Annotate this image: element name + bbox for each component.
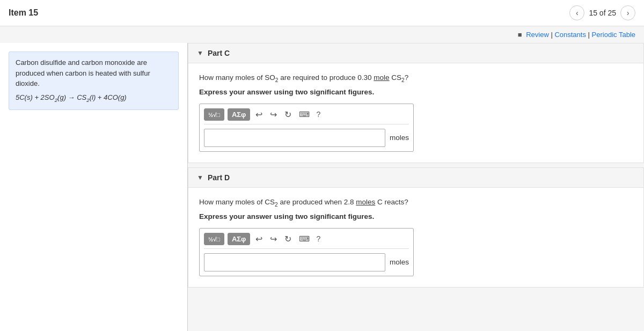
part-c-chevron: ▼ bbox=[197, 49, 203, 57]
part-d-unit: moles bbox=[390, 258, 409, 266]
header: Item 15 ‹ 15 of 25 › bbox=[0, 0, 644, 26]
part-d-fraction-btn[interactable]: ½√□ bbox=[204, 233, 224, 245]
constants-link[interactable]: Constants bbox=[554, 31, 586, 39]
part-c-instruction: Express your answer using two significan… bbox=[199, 88, 633, 96]
context-box: Carbon disulfide and carbon monoxide are… bbox=[9, 52, 179, 110]
part-c-help-icon[interactable]: ? bbox=[316, 110, 320, 119]
part-c-header[interactable]: ▼ Part C bbox=[188, 43, 643, 63]
part-d-question: How many moles of CS2 are produced when … bbox=[199, 196, 633, 209]
part-c-label: Part C bbox=[208, 49, 230, 57]
part-d-undo-icon[interactable]: ↩ bbox=[253, 233, 265, 245]
part-d-input-row: moles bbox=[204, 253, 409, 271]
separator-2: | bbox=[588, 31, 592, 39]
periodic-table-link[interactable]: Periodic Table bbox=[592, 31, 635, 39]
part-d-label: Part D bbox=[208, 173, 230, 182]
equation: 5C(s) + 2SO2(g) → CS2(l) + 4CO(g) bbox=[16, 92, 172, 104]
review-link[interactable]: Review bbox=[526, 31, 549, 39]
header-nav: ‹ 15 of 25 › bbox=[569, 5, 635, 20]
part-c-keyboard-icon[interactable]: ⌨ bbox=[297, 109, 312, 120]
part-c-section: ▼ Part C How many moles of SO2 are requi… bbox=[188, 43, 644, 163]
part-d-instruction: Express your answer using two significan… bbox=[199, 212, 633, 220]
context-text: Carbon disulfide and carbon monoxide are… bbox=[16, 57, 172, 89]
part-c-answer-area: ½√□ ΑΣφ ↩ ↪ ↻ ⌨ ? moles bbox=[199, 104, 414, 152]
right-panel: ▼ Part C How many moles of SO2 are requi… bbox=[188, 43, 644, 331]
part-c-greek-btn[interactable]: ΑΣφ bbox=[228, 108, 251, 121]
part-c-input-row: moles bbox=[204, 129, 409, 147]
part-c-undo-icon[interactable]: ↩ bbox=[253, 108, 265, 121]
review-bar: ■ Review | Constants | Periodic Table bbox=[0, 26, 644, 43]
part-d-section: ▼ Part D How many moles of CS2 are produ… bbox=[188, 167, 644, 288]
part-d-help-icon[interactable]: ? bbox=[316, 234, 320, 243]
part-d-chevron: ▼ bbox=[197, 174, 203, 181]
part-d-refresh-icon[interactable]: ↻ bbox=[282, 233, 294, 245]
part-c-unit: moles bbox=[390, 134, 409, 142]
part-d-toolbar: ½√□ ΑΣφ ↩ ↪ ↻ ⌨ ? bbox=[204, 233, 409, 249]
page-count: 15 of 25 bbox=[589, 9, 616, 17]
part-c-input[interactable] bbox=[204, 129, 385, 147]
part-c-redo-icon[interactable]: ↪ bbox=[268, 108, 279, 121]
next-button[interactable]: › bbox=[620, 5, 635, 20]
left-panel: Carbon disulfide and carbon monoxide are… bbox=[0, 43, 188, 331]
part-c-toolbar: ½√□ ΑΣφ ↩ ↪ ↻ ⌨ ? bbox=[204, 108, 409, 124]
part-d-keyboard-icon[interactable]: ⌨ bbox=[297, 233, 312, 244]
part-d-answer-area: ½√□ ΑΣφ ↩ ↪ ↻ ⌨ ? moles bbox=[199, 228, 414, 276]
item-label: Item 15 bbox=[9, 8, 38, 18]
part-c-question: How many moles of SO2 are required to pr… bbox=[199, 72, 633, 85]
part-c-refresh-icon[interactable]: ↻ bbox=[282, 108, 294, 121]
part-d-body: How many moles of CS2 are produced when … bbox=[188, 188, 643, 287]
part-c-body: How many moles of SO2 are required to pr… bbox=[188, 63, 643, 163]
review-icon: ■ bbox=[518, 31, 522, 39]
part-d-header[interactable]: ▼ Part D bbox=[188, 168, 643, 188]
part-d-greek-btn[interactable]: ΑΣφ bbox=[228, 233, 251, 245]
prev-button[interactable]: ‹ bbox=[569, 5, 584, 20]
main-layout: Carbon disulfide and carbon monoxide are… bbox=[0, 43, 644, 331]
part-c-fraction-btn[interactable]: ½√□ bbox=[204, 108, 224, 121]
part-d-input[interactable] bbox=[204, 253, 385, 271]
part-d-redo-icon[interactable]: ↪ bbox=[268, 233, 279, 245]
